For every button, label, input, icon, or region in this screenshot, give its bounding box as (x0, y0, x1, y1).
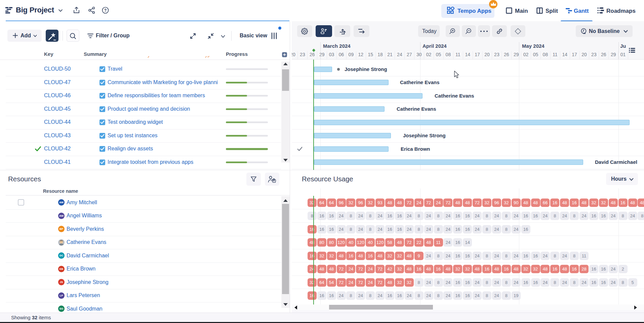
svg-text:?: ? (104, 8, 107, 13)
